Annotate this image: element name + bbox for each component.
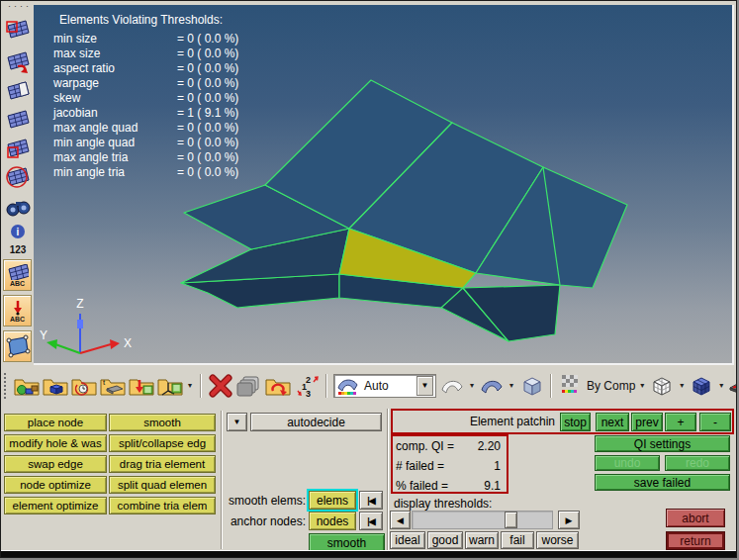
- anchor-nodes-label: anchor nodes:: [227, 514, 306, 528]
- split-collapse-edge-button[interactable]: split/collapse edg: [109, 434, 216, 452]
- panel-separator: [387, 409, 389, 552]
- info-icon[interactable]: i: [5, 223, 31, 240]
- mode-dropdown-button[interactable]: ▼: [227, 413, 247, 431]
- overlay-row: min angle tria= 0 ( 0.0 %): [53, 165, 238, 180]
- comp-qi-value: 2.20: [439, 439, 501, 453]
- element-thickness-icon[interactable]: [728, 373, 737, 399]
- threshold-worse-button[interactable]: worse: [536, 531, 579, 549]
- shaded-cube-icon[interactable]: [689, 373, 714, 399]
- shading-dropdown-button[interactable]: ▼: [416, 376, 433, 396]
- mesh-solid-icon[interactable]: [5, 108, 31, 134]
- stop-button[interactable]: stop: [560, 413, 591, 431]
- slider-left-button[interactable]: ◀: [390, 511, 411, 529]
- zoom-out-button[interactable]: -: [699, 413, 731, 431]
- delete-x-icon[interactable]: [208, 373, 233, 399]
- shaded-cube-caret[interactable]: ▾: [717, 381, 725, 390]
- thickness-icon[interactable]: t: [100, 373, 126, 399]
- mesh-select-icon[interactable]: [5, 137, 31, 162]
- nodes-reset-button[interactable]: |◀: [359, 512, 383, 530]
- binoculars-icon[interactable]: [5, 194, 31, 220]
- zoom-in-button[interactable]: +: [665, 413, 696, 431]
- wireframe-shell-caret[interactable]: ▾: [468, 381, 476, 390]
- checker-icon[interactable]: [558, 373, 584, 399]
- overlay-row: jacobian= 1 ( 9.1 %): [53, 106, 238, 121]
- elems-reset-button[interactable]: |◀: [359, 491, 383, 510]
- abc-label: ABC: [10, 280, 25, 287]
- panel-separator: [221, 411, 223, 549]
- arrow-abc-button[interactable]: ABC: [3, 295, 32, 327]
- save-failed-button[interactable]: save failed: [595, 474, 730, 491]
- numbers-label[interactable]: 123: [5, 244, 31, 255]
- threshold-slider-thumb[interactable]: [505, 512, 517, 528]
- return-button[interactable]: return: [666, 531, 725, 550]
- wireframe-cube-icon[interactable]: [649, 373, 675, 399]
- nodes-selector-button[interactable]: nodes: [309, 512, 356, 530]
- graphics-viewport[interactable]: Elements Violating Thresholds: min size=…: [34, 5, 734, 365]
- reload-icon[interactable]: [265, 373, 291, 399]
- swap-edge-button[interactable]: swap edge: [4, 455, 107, 473]
- mesh-icon: [7, 264, 29, 280]
- num-failed-label: # failed =: [396, 459, 444, 473]
- slider-right-button[interactable]: ▶: [558, 511, 580, 529]
- renumber-123-icon[interactable]: 2 1 3: [294, 373, 320, 399]
- panels-stack-icon[interactable]: [236, 373, 262, 399]
- place-node-button[interactable]: place node: [4, 414, 107, 431]
- overlay-row: skew= 0 ( 0.0 %): [53, 91, 238, 106]
- threshold-slider-track[interactable]: [412, 511, 553, 529]
- mesh-arrow-icon[interactable]: [5, 49, 31, 75]
- overlay-row: warpage= 0 ( 0.0 %): [53, 76, 238, 91]
- threshold-good-button[interactable]: good: [427, 531, 463, 549]
- recent-files-icon[interactable]: [71, 373, 97, 399]
- threshold-warn-button[interactable]: warn: [465, 531, 499, 549]
- mesh-circle-icon[interactable]: [5, 165, 31, 191]
- color-mode-caret[interactable]: ▾: [638, 381, 646, 390]
- toolbar-drag-handle[interactable]: [4, 373, 9, 399]
- mesh-half-icon[interactable]: [5, 79, 31, 105]
- smooth-mode-button[interactable]: smooth: [109, 414, 216, 431]
- overlay-row: max angle quad= 0 ( 0.0 %): [53, 121, 238, 136]
- shading-mode-combo[interactable]: Auto ▼: [333, 374, 436, 398]
- bottom-panel: place node smooth modify hole & was spli…: [1, 404, 737, 551]
- wireframe-shell-icon[interactable]: [439, 373, 465, 399]
- axes-dropdown-caret[interactable]: ▾: [186, 381, 194, 390]
- abc-label: ABC: [10, 316, 25, 323]
- prev-button[interactable]: prev: [631, 413, 663, 431]
- autodecide-button[interactable]: autodecide: [250, 413, 382, 431]
- application-window: Elements Violating Thresholds: min size=…: [0, 0, 737, 558]
- next-button[interactable]: next: [596, 413, 629, 431]
- mesh-window-icon[interactable]: [5, 18, 31, 44]
- sidebar-drag-handle[interactable]: ····: [8, 3, 34, 9]
- cube-icon[interactable]: [518, 373, 544, 399]
- wireframe-cube-caret[interactable]: ▾: [678, 381, 686, 390]
- redo-button[interactable]: redo: [665, 455, 730, 471]
- undo-button[interactable]: undo: [595, 455, 660, 471]
- import-list-icon[interactable]: [129, 373, 154, 399]
- axis-triad: Z X Y: [36, 296, 144, 361]
- shading-mode-value: Auto: [364, 379, 395, 393]
- color-mode-value[interactable]: By Comp: [587, 379, 635, 393]
- abort-button[interactable]: abort: [666, 509, 725, 527]
- open-model-icon[interactable]: [14, 373, 40, 399]
- threshold-ideal-button[interactable]: ideal: [390, 531, 425, 549]
- toolbar-separator: [550, 374, 552, 398]
- threshold-fail-button[interactable]: fail: [501, 531, 534, 549]
- combine-tria-element-button[interactable]: combine tria elem: [109, 497, 216, 514]
- mesh-abc-button[interactable]: ABC: [3, 259, 32, 291]
- element-optimize-button[interactable]: element optimize: [4, 497, 107, 514]
- axis-y-label: Y: [40, 328, 47, 342]
- qi-settings-button[interactable]: QI settings: [595, 435, 730, 452]
- node-optimize-button[interactable]: node optimize: [4, 476, 107, 494]
- elems-selector-button[interactable]: elems: [309, 491, 356, 510]
- svg-text:i: i: [17, 227, 20, 237]
- drag-tria-element-button[interactable]: drag tria element: [109, 455, 216, 473]
- shaded-shell-icon[interactable]: [479, 373, 505, 399]
- surface-nodes-button[interactable]: [3, 330, 32, 362]
- solid-geometry-icon[interactable]: [43, 373, 68, 399]
- svg-text:3: 3: [306, 389, 311, 399]
- shaded-shell-caret[interactable]: ▾: [508, 381, 515, 390]
- edit-tools-grid: place node smooth modify hole & was spli…: [4, 414, 216, 514]
- axes-list-icon[interactable]: [157, 373, 183, 399]
- pct-failed-value: 9.1: [439, 479, 501, 493]
- split-quad-element-button[interactable]: split quad elemen: [109, 476, 216, 494]
- modify-hole-button[interactable]: modify hole & was: [4, 434, 107, 452]
